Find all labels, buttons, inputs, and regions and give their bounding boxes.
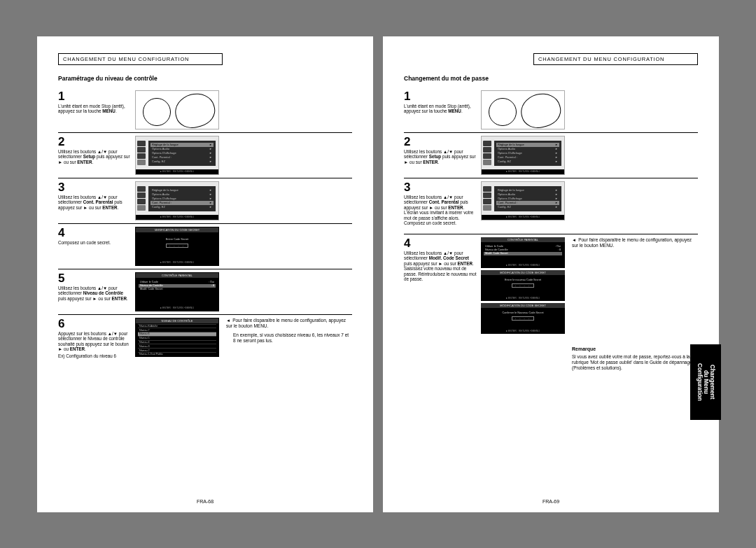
notes-left: Pour faire disparaître le menu de config…: [223, 318, 352, 359]
section-title-left: Paramétrage du niveau de contrôle: [58, 75, 352, 82]
side-tab: Changement du Menu Configuration: [690, 344, 721, 420]
notes-right: Pour faire disparaître le menu de config…: [569, 237, 698, 371]
step-num: 1: [58, 90, 131, 102]
menu-screenshot: Réglage de la langue► Options Audio► Opt…: [481, 136, 565, 175]
step-2: 2 Utilisez les boutons ▲/▼ pour sélectio…: [58, 133, 352, 178]
step-4: 4 Utilisez les boutons ▲/▼ pour sélectio…: [404, 234, 698, 374]
arrow-left-icon: Pour faire disparaître le menu de config…: [572, 237, 698, 248]
code-screen: VERIFICATION DU CODE SECRET Entrer Code …: [135, 227, 219, 266]
step-5: 5 Utilisez les boutons ▲/▼ pour sélectio…: [58, 269, 352, 315]
arrow-left-icon: Pour faire disparaître le menu de config…: [226, 318, 352, 329]
level-screen: NIVEAU DE CONTRÔLE Niveau 8-Adulte Nivea…: [135, 318, 219, 357]
page-right: CHANGEMENT DU MENU CONFIGURATION Changem…: [383, 36, 719, 512]
mod-code-screen2: MODIFICATION DU CODE SECRET Confirmer le…: [481, 303, 565, 334]
step-text: L'unité étant en mode Stop (arrêt), appu…: [58, 104, 131, 114]
ctrl-screen: CONTRÔLE PARENTAL Utiliser le Code: Oui …: [135, 272, 219, 311]
step-1: 1 L'unité étant en mode Stop (arrêt), ap…: [58, 87, 352, 133]
menu-screenshot: Réglage de la langue► Options Audio► Opt…: [481, 181, 565, 220]
remote-graphic: [135, 90, 219, 129]
page-number: FRA-68: [37, 499, 373, 504]
ctrl-screen: CONTRÔLE PARENTAL Utiliser le Code: Oui …: [481, 237, 565, 268]
step-3: 3 Utilisez les boutons ▲/▼ pour sélectio…: [404, 178, 698, 234]
step-6: 6 Appuyez sur les boutons ▲/▼ pour sélec…: [58, 315, 352, 362]
header-left: CHANGEMENT DU MENU CONFIGURATION: [58, 53, 223, 65]
menu-screenshot: Réglage de la langue► Options Audio► Opt…: [135, 181, 219, 220]
remote-graphic: [481, 90, 565, 129]
step-1: 1 L'unité étant en mode Stop (arrêt), ap…: [404, 87, 698, 133]
mod-code-screen1: MODIFICATION DU CODE SECRET Entrer le no…: [481, 270, 565, 301]
step-2: 2 Utilisez les boutons ▲/▼ pour sélectio…: [404, 133, 698, 178]
page-left: CHANGEMENT DU MENU CONFIGURATION Paramét…: [37, 36, 373, 512]
menu-screenshot: Réglage de la langue► Options Audio► Opt…: [135, 136, 219, 175]
page-number: FRA-69: [383, 499, 719, 504]
section-title-right: Changement du mot de passe: [404, 75, 698, 82]
step-4: 4 Composez un code secret. VERIFICATION …: [58, 224, 352, 269]
multi-screens: CONTRÔLE PARENTAL Utiliser le Code: Oui …: [481, 237, 565, 371]
step-3: 3 Utilisez les boutons ▲/▼ pour sélectio…: [58, 178, 352, 224]
header-right: CHANGEMENT DU MENU CONFIGURATION: [533, 53, 698, 65]
remark-title: Remarque: [572, 346, 698, 353]
remark-text: Si vous avez oublié votre mot de passe, …: [572, 354, 698, 371]
